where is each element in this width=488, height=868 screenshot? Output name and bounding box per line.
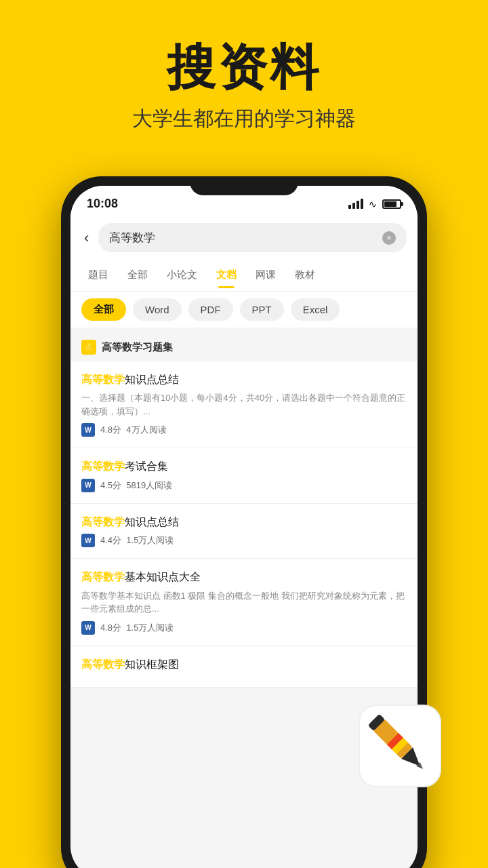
result-item-1[interactable]: 高等数学知识点总结 一、选择题（本题有10小题，每小题4分，共40分，请选出各题… (70, 361, 418, 448)
result-highlight-3: 高等数学 (81, 516, 125, 528)
status-icons: ∿ (348, 199, 401, 210)
result-rating-1: 4.8分 4万人阅读 (100, 424, 167, 436)
result-meta-1: W 4.8分 4万人阅读 (81, 423, 407, 437)
result-meta-3: W 4.4分 1.5万人阅读 (81, 534, 407, 547)
tab-questions[interactable]: 题目 (79, 262, 118, 288)
wifi-icon: ∿ (369, 199, 377, 210)
battery-icon (382, 199, 401, 209)
signal-bar-4 (361, 199, 363, 209)
result-title-5: 高等数学知识框架图 (81, 657, 407, 672)
tab-all[interactable]: 全部 (118, 262, 157, 288)
result-desc-1: 一、选择题（本题有10小题，每小题4分，共40分，请选出各题中一个符合题意的正确… (81, 391, 407, 418)
signal-bar-3 (357, 201, 359, 209)
result-highlight-4: 高等数学 (81, 571, 125, 583)
word-icon-2: W (81, 479, 95, 492)
result-meta-2: W 4.5分 5819人阅读 (81, 479, 407, 492)
phone-frame: 10:08 ∿ ‹ 高等数学 (61, 176, 427, 868)
tab-textbook[interactable]: 教材 (285, 262, 325, 288)
signal-bar-1 (348, 205, 351, 209)
search-clear-button[interactable]: × (382, 231, 396, 245)
section-header: ⭐ 高等数学习题集 (70, 333, 418, 361)
search-query: 高等数学 (109, 230, 155, 245)
result-item-4[interactable]: 高等数学基本知识点大全 高等数学基本知识点 函数1 极限 集合的概念一般地 我们… (70, 559, 418, 646)
tab-paper[interactable]: 小论文 (157, 262, 207, 288)
result-highlight-1: 高等数学 (81, 374, 125, 385)
filter-all[interactable]: 全部 (81, 298, 126, 321)
word-icon-3: W (81, 534, 95, 547)
result-meta-4: W 4.8分 1.5万人阅读 (81, 621, 407, 635)
hero-section: 搜资料 大学生都在用的学习神器 (0, 0, 488, 153)
filter-word[interactable]: Word (133, 298, 182, 321)
phone-mockup: 10:08 ∿ ‹ 高等数学 (61, 176, 427, 868)
result-desc-4: 高等数学基本知识点 函数1 极限 集合的概念一般地 我们把研究对象统称为元素，把… (81, 589, 407, 616)
filter-ppt[interactable]: PPT (240, 298, 284, 321)
tab-document[interactable]: 文档 (207, 262, 246, 288)
result-item-5[interactable]: 高等数学知识框架图 (70, 646, 418, 688)
battery-fill (384, 201, 396, 207)
main-title: 搜资料 (0, 41, 488, 94)
search-bar-row: ‹ 高等数学 × (70, 216, 418, 259)
section-star-icon: ⭐ (81, 340, 96, 355)
section-title: 高等数学习题集 (102, 341, 173, 354)
result-title-3: 高等数学知识点总结 (81, 515, 407, 530)
signal-icon (348, 199, 363, 209)
tab-course[interactable]: 网课 (246, 262, 285, 288)
word-icon-1: W (81, 423, 95, 437)
pen-icon (352, 698, 447, 793)
status-time: 10:08 (87, 197, 118, 211)
filter-pdf[interactable]: PDF (188, 298, 233, 321)
search-input-box[interactable]: 高等数学 × (98, 223, 407, 252)
sub-title: 大学生都在用的学习神器 (0, 105, 488, 133)
phone-notch (190, 176, 298, 195)
result-title-2: 高等数学考试合集 (81, 459, 407, 474)
result-rating-4: 4.8分 1.5万人阅读 (100, 622, 174, 634)
result-highlight-5: 高等数学 (81, 658, 125, 670)
filter-excel[interactable]: Excel (291, 298, 340, 321)
result-title-1: 高等数学知识点总结 (81, 372, 407, 387)
result-item-2[interactable]: 高等数学考试合集 W 4.5分 5819人阅读 (70, 448, 418, 503)
result-item-3[interactable]: 高等数学知识点总结 W 4.4分 1.5万人阅读 (70, 504, 418, 559)
result-rating-2: 4.5分 5819人阅读 (100, 479, 172, 492)
result-rating-3: 4.4分 1.5万人阅读 (100, 534, 174, 547)
tab-navigation: 题目 全部 小论文 文档 网课 教材 (70, 259, 418, 292)
filter-row: 全部 Word PDF PPT Excel (70, 292, 418, 328)
pen-sticker (352, 698, 447, 793)
signal-bar-2 (352, 203, 355, 209)
word-icon-4: W (81, 621, 95, 635)
back-button[interactable]: ‹ (81, 226, 92, 250)
result-highlight-2: 高等数学 (81, 460, 125, 472)
result-title-4: 高等数学基本知识点大全 (81, 570, 407, 585)
